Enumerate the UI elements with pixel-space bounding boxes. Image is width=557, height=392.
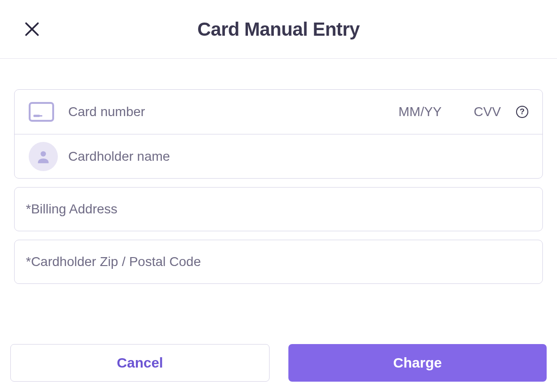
header: Card Manual Entry: [0, 0, 557, 59]
cancel-button[interactable]: Cancel: [10, 344, 270, 382]
footer: Cancel Charge: [0, 344, 557, 382]
charge-button[interactable]: Charge: [288, 344, 547, 382]
zip-input[interactable]: [26, 254, 531, 269]
svg-point-2: [40, 151, 46, 156]
form-content: ?: [0, 59, 557, 284]
person-icon: [29, 142, 58, 171]
cvv-help-icon[interactable]: ?: [516, 106, 528, 118]
billing-address-input[interactable]: [26, 202, 531, 217]
card-icon: [29, 102, 54, 122]
close-button[interactable]: [23, 20, 41, 39]
page-title: Card Manual Entry: [198, 19, 360, 40]
zip-field: [14, 240, 543, 284]
cardholder-row: [15, 134, 542, 178]
billing-address-field: [14, 187, 543, 231]
card-block: ?: [14, 89, 543, 179]
card-cvv-input[interactable]: [474, 104, 511, 119]
close-icon: [24, 21, 40, 38]
card-number-row: ?: [15, 90, 542, 134]
card-expiry-input[interactable]: [398, 104, 455, 119]
card-number-input[interactable]: [68, 104, 398, 119]
cardholder-name-input[interactable]: [68, 149, 528, 164]
